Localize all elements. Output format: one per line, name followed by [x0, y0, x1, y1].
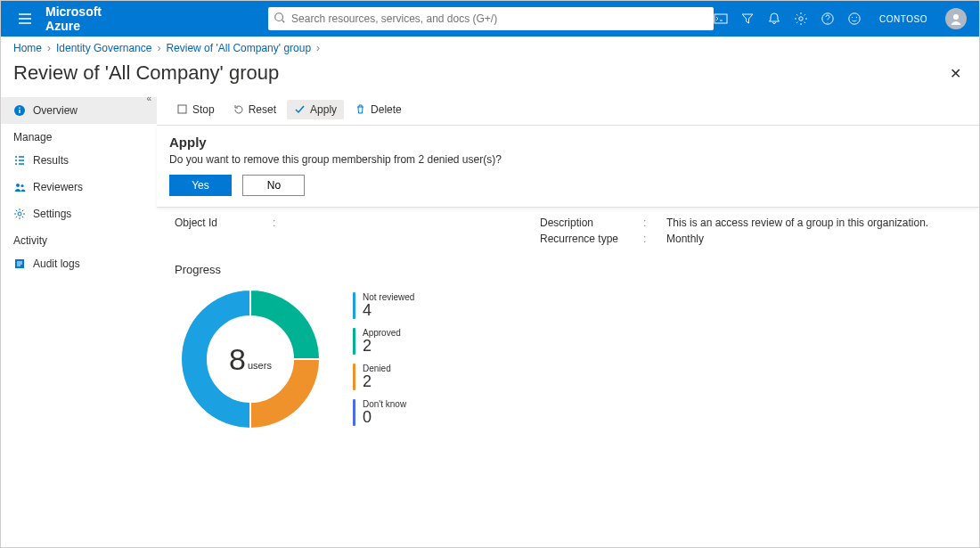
- toolbar-label: Stop: [192, 103, 215, 116]
- description-label: Description: [540, 217, 629, 229]
- sidebar-item-audit-logs[interactable]: Audit logs: [1, 250, 157, 277]
- close-icon[interactable]: ✕: [950, 65, 967, 82]
- trash-icon: [355, 103, 366, 115]
- svg-point-13: [18, 212, 21, 216]
- breadcrumb-home[interactable]: Home: [13, 42, 42, 54]
- svg-rect-10: [19, 108, 20, 109]
- legend-value: 2: [363, 373, 391, 389]
- avatar[interactable]: [945, 8, 967, 29]
- description-value: This is an access review of a group in t…: [666, 217, 928, 229]
- toolbar-label: Reset: [249, 103, 276, 116]
- list-check-icon: [13, 154, 26, 167]
- chevron-right-icon: ›: [47, 42, 51, 54]
- legend-value: 4: [363, 302, 414, 318]
- legend-swatch: [353, 364, 355, 390]
- sidebar-item-reviewers[interactable]: Reviewers: [1, 174, 157, 200]
- svg-point-0: [275, 13, 283, 21]
- sidebar-item-label: Audit logs: [33, 258, 80, 270]
- filter-icon[interactable]: [740, 12, 755, 26]
- title-row: Review of 'All Company' group ✕: [1, 60, 979, 94]
- menu-icon[interactable]: [8, 12, 42, 26]
- collapse-sidebar-icon[interactable]: «: [146, 94, 151, 103]
- chevron-right-icon: ›: [316, 42, 320, 54]
- legend-swatch: [353, 328, 355, 355]
- legend-value: 2: [363, 338, 401, 354]
- toolbar: Stop Reset Apply Delete: [157, 94, 979, 126]
- sidebar-item-settings[interactable]: Settings: [1, 200, 157, 227]
- tenant-label: CONTOSO: [879, 14, 927, 24]
- legend-dont-know: Don't know 0: [353, 399, 414, 426]
- help-icon[interactable]: [821, 12, 835, 26]
- breadcrumb: Home › Identity Governance › Review of '…: [1, 37, 979, 60]
- search-icon: [274, 12, 286, 24]
- sidebar-item-overview[interactable]: Overview: [1, 97, 157, 124]
- legend-not-reviewed: Not reviewed 4: [353, 292, 414, 319]
- search-container: [268, 7, 714, 30]
- svg-point-11: [16, 184, 20, 187]
- sidebar-item-label: Settings: [33, 208, 71, 220]
- donut-unit: users: [248, 360, 272, 371]
- reset-icon: [233, 103, 244, 115]
- topbar-actions: CONTOSO: [714, 8, 972, 29]
- svg-point-7: [953, 14, 959, 20]
- donut-center-label: 8 users: [175, 283, 326, 435]
- svg-rect-15: [178, 105, 186, 113]
- apply-message: Do you want to remove this group members…: [169, 153, 967, 166]
- legend-approved: Approved 2: [353, 328, 414, 355]
- svg-point-12: [20, 184, 23, 187]
- apply-confirm-panel: Apply Do you want to remove this group m…: [157, 126, 979, 208]
- details-row: Object Id : Description : This is an acc…: [157, 208, 979, 258]
- recurrence-label: Recurrence type: [540, 233, 629, 245]
- top-bar: Microsoft Azure CONTOSO: [1, 1, 979, 37]
- sidebar-item-label: Results: [33, 154, 69, 167]
- apply-title: Apply: [169, 135, 967, 150]
- gear-icon: [13, 208, 26, 220]
- breadcrumb-identity-governance[interactable]: Identity Governance: [56, 42, 151, 54]
- feedback-icon[interactable]: [847, 12, 862, 26]
- svg-rect-1: [715, 14, 727, 23]
- progress-section: Progress 8 users Not reviewed 4: [157, 258, 979, 440]
- svg-point-4: [849, 13, 860, 24]
- svg-rect-9: [19, 110, 20, 113]
- sidebar-section-manage: Manage: [1, 124, 157, 147]
- reset-button[interactable]: Reset: [225, 100, 283, 119]
- svg-point-5: [852, 17, 853, 18]
- search-input[interactable]: [268, 7, 714, 30]
- progress-title: Progress: [175, 263, 961, 276]
- progress-legend: Not reviewed 4 Approved 2: [353, 292, 414, 426]
- recurrence-value: Monthly: [666, 233, 704, 245]
- sidebar-item-label: Overview: [33, 104, 78, 117]
- main-content: Stop Reset Apply Delete Apply Do you wan…: [157, 94, 979, 548]
- chevron-right-icon: ›: [157, 42, 160, 54]
- check-icon: [294, 103, 306, 115]
- sidebar-section-activity: Activity: [1, 227, 157, 250]
- stop-button[interactable]: Stop: [169, 100, 222, 119]
- page-title: Review of 'All Company' group: [13, 61, 279, 85]
- delete-button[interactable]: Delete: [347, 100, 409, 119]
- people-icon: [13, 181, 26, 193]
- svg-point-2: [799, 17, 803, 20]
- sidebar-item-label: Reviewers: [33, 181, 83, 193]
- sidebar-item-results[interactable]: Results: [1, 147, 157, 174]
- legend-value: 0: [363, 409, 406, 425]
- stop-icon: [176, 103, 188, 115]
- sidebar: « Overview Manage Results Reviewers Sett: [1, 94, 157, 548]
- toolbar-label: Apply: [310, 103, 337, 116]
- cloud-shell-icon[interactable]: [714, 12, 728, 26]
- donut-total: 8: [229, 342, 246, 377]
- apply-button[interactable]: Apply: [287, 100, 344, 119]
- legend-swatch: [353, 399, 355, 426]
- legend-swatch: [353, 292, 355, 319]
- no-button[interactable]: No: [242, 175, 305, 196]
- legend-denied: Denied 2: [353, 364, 414, 390]
- notifications-icon[interactable]: [767, 12, 781, 26]
- yes-button[interactable]: Yes: [169, 175, 232, 196]
- svg-point-6: [856, 17, 857, 18]
- gear-icon[interactable]: [794, 12, 808, 26]
- breadcrumb-review[interactable]: Review of 'All Company' group: [166, 42, 311, 54]
- progress-donut-chart: 8 users: [175, 283, 326, 435]
- object-id-label: Object Id: [175, 217, 246, 249]
- log-icon: [13, 258, 26, 270]
- brand-label: Microsoft Azure: [45, 4, 135, 33]
- info-icon: [13, 104, 26, 117]
